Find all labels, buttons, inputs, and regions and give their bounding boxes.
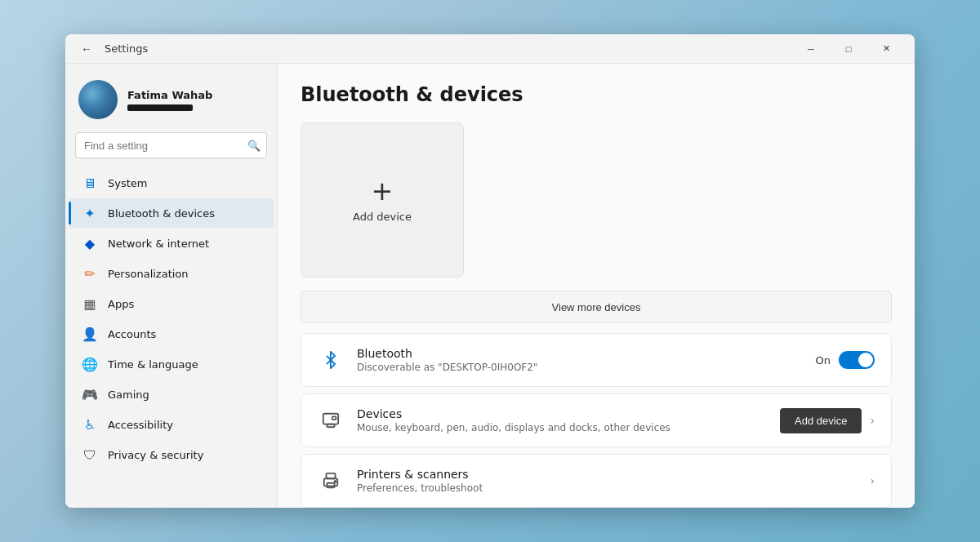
sidebar-item-network[interactable]: ◆ Network & internet xyxy=(69,229,274,258)
add-device-card-label: Add device xyxy=(353,211,412,223)
sidebar-item-time[interactable]: 🌐 Time & language xyxy=(69,349,274,379)
sidebar: Fatima Wahab 🔍 🖥 System ✦ Bluetooth & de… xyxy=(65,64,278,508)
bluetooth-setting-info: Bluetooth Discoverable as "DESKTOP-0IH0O… xyxy=(357,347,803,373)
maximize-button[interactable]: □ xyxy=(830,34,867,64)
app-title: Settings xyxy=(105,42,792,55)
system-icon: 🖥 xyxy=(82,175,98,191)
sidebar-item-personalization[interactable]: ✏ Personalization xyxy=(69,259,274,288)
sidebar-item-label: Privacy & security xyxy=(108,449,203,461)
sidebar-item-accounts[interactable]: 👤 Accounts xyxy=(69,319,274,349)
search-box: 🔍 xyxy=(75,132,267,158)
toggle-label: On xyxy=(816,354,831,367)
network-icon: ◆ xyxy=(82,235,98,251)
bluetooth-setting-title: Bluetooth xyxy=(357,347,803,360)
devices-add-device-button[interactable]: Add device xyxy=(780,408,862,433)
bluetooth-icon: ✦ xyxy=(82,205,98,221)
avatar xyxy=(78,80,118,119)
accounts-icon: 👤 xyxy=(82,326,98,342)
bluetooth-setting-row[interactable]: Bluetooth Discoverable as "DESKTOP-0IH0O… xyxy=(301,333,892,387)
back-button[interactable]: ← xyxy=(75,38,98,60)
sidebar-item-label: Accounts xyxy=(108,328,156,340)
sidebar-item-gaming[interactable]: 🎮 Gaming xyxy=(69,380,274,409)
printers-setting-row[interactable]: Printers & scanners Preferences, trouble… xyxy=(301,454,892,508)
main-content: Bluetooth & devices + Add device View mo… xyxy=(278,64,915,508)
devices-setting-right: Add device › xyxy=(780,408,875,433)
personalization-icon: ✏ xyxy=(82,265,98,282)
chevron-right-icon: › xyxy=(870,474,875,487)
search-input[interactable] xyxy=(75,132,267,158)
sidebar-item-label: Network & internet xyxy=(108,238,209,250)
devices-setting-desc: Mouse, keyboard, pen, audio, displays an… xyxy=(357,422,767,433)
printers-setting-icon xyxy=(318,468,344,494)
search-icon: 🔍 xyxy=(247,140,261,152)
sidebar-item-label: System xyxy=(108,177,147,189)
bluetooth-toggle[interactable] xyxy=(839,351,875,369)
view-more-button[interactable]: View more devices xyxy=(301,291,892,323)
bluetooth-setting-icon xyxy=(318,347,344,373)
sidebar-item-label: Gaming xyxy=(108,389,149,401)
gaming-icon: 🎮 xyxy=(82,386,98,402)
user-email-bar xyxy=(127,104,193,111)
sidebar-item-apps[interactable]: ▦ Apps xyxy=(69,289,274,318)
close-button[interactable]: ✕ xyxy=(867,34,905,64)
time-icon: 🌐 xyxy=(82,356,98,372)
sidebar-item-label: Time & language xyxy=(108,358,198,371)
titlebar: ← Settings ─ □ ✕ xyxy=(65,34,915,64)
printers-setting-info: Printers & scanners Preferences, trouble… xyxy=(357,468,857,494)
user-info: Fatima Wahab xyxy=(127,89,212,111)
window-content: Fatima Wahab 🔍 🖥 System ✦ Bluetooth & de… xyxy=(65,64,915,508)
window-controls: ─ □ ✕ xyxy=(792,34,905,64)
settings-window: ← Settings ─ □ ✕ Fatima Wahab xyxy=(65,34,915,508)
plus-icon: + xyxy=(372,178,394,204)
devices-setting-title: Devices xyxy=(357,407,767,420)
minimize-button[interactable]: ─ xyxy=(792,34,830,64)
apps-icon: ▦ xyxy=(82,295,98,312)
sidebar-item-privacy[interactable]: 🛡 Privacy & security xyxy=(69,440,274,469)
printers-setting-title: Printers & scanners xyxy=(357,468,857,481)
sidebar-item-label: Accessibility xyxy=(108,419,173,431)
devices-setting-icon xyxy=(318,407,344,433)
page-title: Bluetooth & devices xyxy=(301,83,892,106)
sidebar-item-bluetooth[interactable]: ✦ Bluetooth & devices xyxy=(69,198,274,228)
svg-rect-3 xyxy=(327,473,336,478)
nav-list: 🖥 System ✦ Bluetooth & devices ◆ Network… xyxy=(65,168,277,469)
user-name: Fatima Wahab xyxy=(127,89,212,101)
printers-setting-desc: Preferences, troubleshoot xyxy=(357,482,857,494)
chevron-right-icon: › xyxy=(870,414,875,427)
svg-point-6 xyxy=(335,481,336,482)
printers-setting-right: › xyxy=(870,474,875,487)
devices-setting-row[interactable]: Devices Mouse, keyboard, pen, audio, dis… xyxy=(301,393,892,447)
svg-rect-2 xyxy=(332,416,336,420)
sidebar-item-label: Personalization xyxy=(108,268,189,280)
bluetooth-setting-desc: Discoverable as "DESKTOP-0IH0OF2" xyxy=(357,362,803,373)
sidebar-item-accessibility[interactable]: ♿ Accessibility xyxy=(69,410,274,439)
bluetooth-setting-right: On xyxy=(816,351,875,369)
privacy-icon: 🛡 xyxy=(82,446,98,463)
sidebar-item-system[interactable]: 🖥 System xyxy=(69,168,274,198)
accessibility-icon: ♿ xyxy=(82,416,98,433)
add-device-card[interactable]: + Add device xyxy=(301,122,464,278)
user-profile: Fatima Wahab xyxy=(65,73,277,132)
svg-rect-1 xyxy=(327,424,334,428)
devices-setting-info: Devices Mouse, keyboard, pen, audio, dis… xyxy=(357,407,767,433)
sidebar-item-label: Bluetooth & devices xyxy=(108,207,215,220)
sidebar-item-label: Apps xyxy=(108,298,134,310)
